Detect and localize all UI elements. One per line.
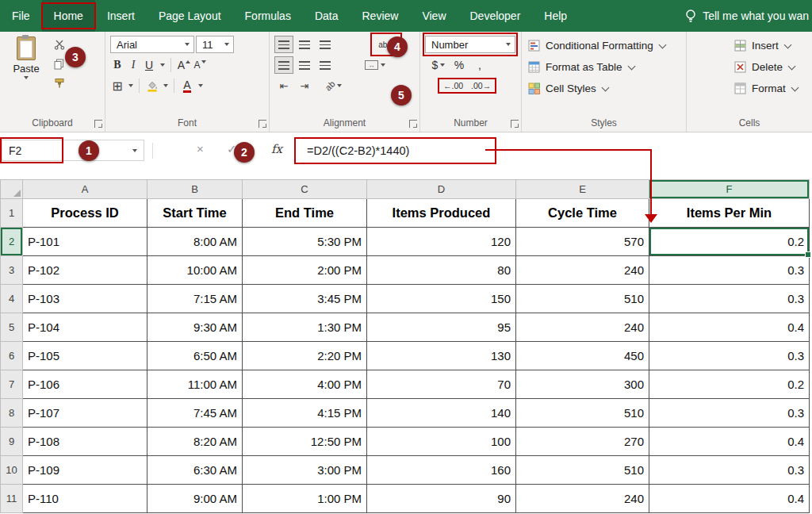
fill-color-button[interactable]	[145, 77, 159, 94]
cell-A8[interactable]: P-107	[23, 399, 147, 428]
number-dialog-launcher-icon[interactable]	[511, 120, 519, 128]
cell-A6[interactable]: P-105	[23, 342, 147, 370]
decrease-decimal-button[interactable]: .00→	[471, 81, 491, 90]
cell-C4[interactable]: 3:45 PM	[243, 285, 367, 313]
cell-B9[interactable]: 8:20 AM	[147, 428, 243, 456]
cell-D1[interactable]: Items Produced	[367, 199, 516, 228]
cell-D11[interactable]: 90	[367, 485, 516, 513]
number-format-select[interactable]: Number	[425, 36, 515, 53]
cell-C7[interactable]: 4:00 PM	[243, 370, 367, 399]
borders-dropdown-icon[interactable]	[128, 84, 133, 87]
cell-D9[interactable]: 100	[367, 428, 516, 456]
conditional-formatting-button[interactable]: Conditional Formatting	[527, 35, 681, 56]
bold-button[interactable]: B	[110, 56, 124, 74]
cell-B11[interactable]: 9:00 AM	[147, 485, 243, 513]
underline-dropdown-icon[interactable]	[160, 63, 165, 67]
cell-C8[interactable]: 4:15 PM	[243, 399, 367, 428]
orientation-button[interactable]: ab	[325, 81, 342, 90]
row-header-11[interactable]: 11	[1, 485, 23, 513]
cell-B3[interactable]: 10:00 AM	[147, 256, 243, 285]
insert-cells-button[interactable]: Insert	[733, 35, 807, 56]
tell-me-box[interactable]: Tell me what you wan	[684, 0, 812, 32]
cell-F10[interactable]: 0.3	[649, 456, 810, 485]
cancel-button[interactable]: ×	[197, 142, 204, 155]
cell-D6[interactable]: 130	[367, 342, 516, 370]
delete-cells-button[interactable]: Delete	[733, 56, 807, 78]
cell-A9[interactable]: P-108	[23, 428, 147, 456]
column-header-c[interactable]: C	[243, 180, 367, 199]
cell-B7[interactable]: 11:00 AM	[147, 370, 243, 399]
tab-formulas[interactable]: Formulas	[233, 0, 303, 32]
cell-E4[interactable]: 510	[516, 285, 649, 313]
align-right-button[interactable]	[316, 56, 335, 74]
cell-C9[interactable]: 12:50 PM	[243, 428, 367, 456]
cell-D5[interactable]: 95	[367, 313, 516, 342]
insert-function-button[interactable]: fx	[271, 142, 282, 156]
align-center-button[interactable]	[295, 56, 314, 74]
cell-F8[interactable]: 0.3	[649, 399, 810, 428]
cell-C10[interactable]: 3:00 PM	[243, 456, 367, 485]
cell-D2[interactable]: 120	[367, 228, 516, 256]
cell-E11[interactable]: 240	[516, 485, 649, 513]
middle-align-button[interactable]	[295, 36, 314, 53]
paste-button[interactable]: Paste	[8, 35, 44, 117]
cell-E10[interactable]: 510	[516, 456, 649, 485]
row-header-10[interactable]: 10	[1, 456, 23, 485]
cell-F7[interactable]: 0.2	[649, 370, 810, 399]
font-color-dropdown-icon[interactable]	[198, 84, 203, 87]
cell-E5[interactable]: 240	[516, 313, 649, 342]
select-all-corner[interactable]	[1, 180, 23, 199]
bottom-align-button[interactable]	[316, 36, 335, 53]
merge-center-button[interactable]: ↔	[365, 60, 385, 70]
cell-F3[interactable]: 0.3	[649, 256, 810, 285]
tab-insert[interactable]: Insert	[95, 0, 147, 32]
cell-E7[interactable]: 300	[516, 370, 649, 399]
clipboard-dialog-launcher-icon[interactable]	[94, 120, 102, 128]
row-header-9[interactable]: 9	[1, 428, 23, 456]
cell-A2[interactable]: P-101	[23, 228, 147, 256]
cell-F4[interactable]: 0.3	[649, 285, 810, 313]
cell-E2[interactable]: 570	[516, 228, 649, 256]
format-painter-button[interactable]	[54, 76, 73, 90]
cell-F9[interactable]: 0.4	[649, 428, 810, 456]
tab-help[interactable]: Help	[532, 0, 579, 32]
row-header-2[interactable]: 2	[1, 228, 23, 256]
cell-A10[interactable]: P-109	[23, 456, 147, 485]
cell-A4[interactable]: P-103	[23, 285, 147, 313]
italic-button[interactable]: I	[126, 56, 140, 74]
name-box-dropdown-icon[interactable]	[132, 149, 137, 152]
cell-B4[interactable]: 7:15 AM	[147, 285, 243, 313]
tab-page-layout[interactable]: Page Layout	[147, 0, 233, 32]
cell-E9[interactable]: 270	[516, 428, 649, 456]
underline-button[interactable]: U	[142, 56, 156, 74]
column-header-f[interactable]: F	[649, 180, 810, 199]
cell-E1[interactable]: Cycle Time	[516, 199, 649, 228]
cell-B10[interactable]: 6:30 AM	[147, 456, 243, 485]
row-header-4[interactable]: 4	[1, 285, 23, 313]
column-header-e[interactable]: E	[516, 180, 649, 199]
cell-A7[interactable]: P-106	[23, 370, 147, 399]
cell-B8[interactable]: 7:45 AM	[147, 399, 243, 428]
paste-dropdown-icon[interactable]	[24, 76, 29, 79]
increase-decimal-button[interactable]: ←.00	[443, 81, 463, 90]
cell-A1[interactable]: Process ID	[23, 199, 147, 228]
font-dialog-launcher-icon[interactable]	[259, 120, 266, 128]
cell-C2[interactable]: 5:30 PM	[243, 228, 367, 256]
cell-C5[interactable]: 1:30 PM	[243, 313, 367, 342]
font-name-select[interactable]: Arial	[110, 36, 194, 53]
row-header-8[interactable]: 8	[1, 399, 23, 428]
cell-F1[interactable]: Items Per Min	[649, 199, 810, 228]
fill-color-dropdown-icon[interactable]	[163, 84, 168, 87]
cell-E8[interactable]: 510	[516, 399, 649, 428]
accounting-format-button[interactable]: $	[431, 56, 446, 74]
column-header-a[interactable]: A	[23, 180, 147, 199]
name-box[interactable]: F2	[2, 140, 144, 161]
cell-C1[interactable]: End Time	[243, 199, 367, 228]
row-header-1[interactable]: 1	[1, 199, 23, 228]
align-left-button[interactable]	[274, 56, 293, 74]
row-header-7[interactable]: 7	[1, 370, 23, 399]
format-as-table-button[interactable]: Format as Table	[527, 56, 681, 78]
comma-style-button[interactable]: ,	[473, 56, 487, 74]
decrease-font-size-button[interactable]: A	[193, 56, 207, 74]
cell-F2[interactable]: 0.2	[649, 228, 810, 256]
